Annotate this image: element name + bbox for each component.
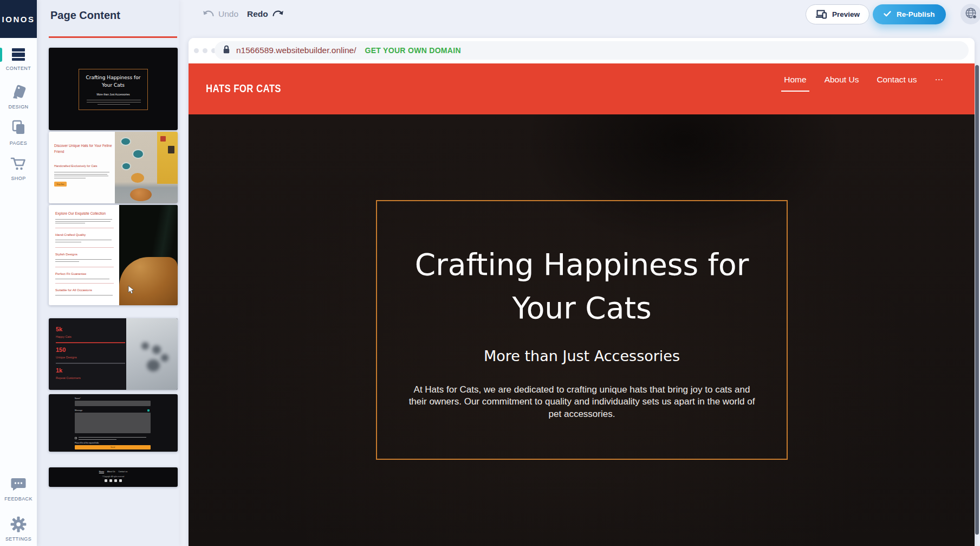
site-nav-about[interactable]: About Us bbox=[825, 75, 859, 85]
footer-copyright: ©Copyright. All rights reserved bbox=[49, 476, 178, 478]
text-placeholder-line bbox=[55, 242, 81, 242]
language-globe-button[interactable] bbox=[960, 4, 980, 24]
site-preview-frame: n1566589.websitebuilder.online/ GET YOUR… bbox=[189, 38, 975, 546]
form-name-label: Name* bbox=[75, 397, 81, 400]
section-thumbnail-footer[interactable]: Home About Us Contact us ©Copyright. All… bbox=[49, 467, 178, 487]
social-icon bbox=[114, 479, 117, 482]
site-logo[interactable]: HATS FOR CATS bbox=[206, 82, 281, 95]
traffic-dot bbox=[194, 48, 199, 53]
paw-pad bbox=[147, 359, 160, 371]
lock-icon bbox=[222, 44, 231, 56]
sidebar-item-label: PAGES bbox=[0, 140, 37, 146]
stat-label: Unique Designs bbox=[56, 356, 77, 359]
check-icon bbox=[884, 10, 891, 18]
section-thumbnail-features[interactable]: Discover Unique Hats for Your Feline Fri… bbox=[49, 132, 178, 203]
divider bbox=[55, 267, 114, 267]
site-nav-more-icon[interactable]: ⋯ bbox=[935, 75, 944, 85]
photo-bowl bbox=[120, 137, 131, 146]
text-placeholder-line bbox=[55, 261, 79, 262]
sidebar-item-label: SETTINGS bbox=[0, 536, 37, 542]
undo-icon bbox=[203, 9, 214, 19]
thumbnail-collection-heading: Hand-Crafted Quality bbox=[55, 233, 116, 236]
redo-label: Redo bbox=[247, 9, 268, 19]
redo-button[interactable]: Redo bbox=[247, 9, 284, 19]
text-placeholder-line bbox=[55, 219, 112, 220]
photo-dark-area bbox=[119, 205, 178, 260]
thumbnail-collection-heading: Perfect Fit Guarantee bbox=[55, 272, 116, 275]
divider bbox=[56, 363, 125, 364]
site-header: HATS FOR CATS Home About Us Contact us ⋯ bbox=[189, 63, 975, 114]
browser-chrome: n1566589.websitebuilder.online/ GET YOUR… bbox=[189, 38, 975, 63]
stat-value: 5k bbox=[56, 326, 62, 332]
section-thumbnail-collection[interactable]: Explore Our Exquisite Collection Hand-Cr… bbox=[49, 205, 178, 305]
form-consent-checkbox bbox=[75, 437, 77, 439]
stat-value: 150 bbox=[56, 346, 66, 353]
pages-icon bbox=[10, 129, 27, 138]
section-thumbnail-hero[interactable]: Crafting Happiness for Your Cats More th… bbox=[49, 48, 178, 130]
divider bbox=[55, 228, 114, 228]
thumbnail-hero-subtitle: More than Just Accessories bbox=[79, 93, 147, 96]
sidebar-item-shop[interactable]: SHOP bbox=[0, 156, 37, 181]
text-placeholder-line bbox=[98, 104, 130, 105]
photo-bowl bbox=[121, 162, 131, 170]
ionos-website-builder: { "sidebar": { "logo": "IONOS", "items":… bbox=[0, 0, 980, 546]
sidebar-item-settings[interactable]: SETTINGS bbox=[0, 516, 37, 542]
site-hero-section[interactable]: Crafting Happiness for Your Cats More th… bbox=[189, 114, 975, 546]
divider bbox=[55, 247, 114, 248]
preview-devices-icon bbox=[815, 9, 827, 21]
panel-title: Page Content bbox=[50, 9, 120, 22]
paw-toe bbox=[161, 354, 168, 362]
hero-title: Crafting Happiness for Your Cats bbox=[377, 243, 787, 330]
text-placeholder-line bbox=[54, 172, 109, 172]
site-nav-contact[interactable]: Contact us bbox=[877, 75, 917, 85]
text-placeholder-line bbox=[55, 279, 109, 279]
thumbnail-hero-title: Crafting Happiness for Your Cats bbox=[82, 74, 144, 89]
text-placeholder-line bbox=[55, 221, 111, 222]
sidebar-item-content[interactable]: CONTENT bbox=[0, 47, 37, 71]
browser-url-bar[interactable]: n1566589.websitebuilder.online/ GET YOUR… bbox=[215, 41, 969, 60]
section-thumbnail-form[interactable]: Name* Message Please fill in all the req… bbox=[49, 394, 178, 452]
undo-button[interactable]: Undo bbox=[203, 9, 238, 19]
hero-title-line1: Crafting Happiness for bbox=[377, 243, 787, 287]
thumbnail-shop-now-button: Shop Now bbox=[54, 182, 67, 187]
thumbnail-collection-heading: Suitable for All Occasions bbox=[55, 288, 116, 292]
traffic-dot bbox=[203, 48, 207, 53]
preview-scrollbar[interactable] bbox=[975, 65, 979, 535]
divider bbox=[56, 342, 125, 343]
text-placeholder-line bbox=[55, 223, 85, 223]
site-nav-home[interactable]: Home bbox=[784, 75, 806, 85]
site-nav: Home About Us Contact us ⋯ bbox=[784, 75, 943, 85]
footer-social-icons bbox=[49, 479, 178, 482]
sidebar-item-label: CONTENT bbox=[0, 66, 37, 71]
redo-icon bbox=[272, 9, 284, 19]
sidebar-item-pages[interactable]: PAGES bbox=[0, 119, 37, 146]
republish-button[interactable]: Re-Publish bbox=[873, 4, 946, 24]
form-send-button: Send bbox=[75, 445, 151, 449]
text-placeholder-line bbox=[87, 102, 141, 102]
section-thumbnail-stats[interactable]: 5k Happy Cats 150 Unique Designs 1k Repe… bbox=[49, 318, 178, 390]
text-placeholder-line bbox=[87, 100, 141, 100]
form-message-textarea bbox=[75, 413, 151, 433]
get-domain-link[interactable]: GET YOUR OWN DOMAIN bbox=[365, 46, 460, 55]
hero-body-text: At Hats for Cats, we are dedicated to cr… bbox=[405, 384, 760, 420]
text-placeholder-line bbox=[55, 259, 112, 260]
selection-outline[interactable]: Crafting Happiness for Your Cats More th… bbox=[376, 200, 788, 460]
text-placeholder-line bbox=[55, 295, 113, 296]
social-icon bbox=[109, 479, 112, 482]
thumbnail-features-subheading: Handcrafted Exclusively for Cats bbox=[54, 164, 114, 168]
editor-canvas: Undo Redo Preview Re-Publish bbox=[179, 0, 980, 546]
sidebar-item-label: SHOP bbox=[0, 176, 37, 181]
sidebar-item-label: DESIGN bbox=[0, 104, 37, 110]
panel-tab-indicator bbox=[49, 36, 177, 38]
thumbnail-collection-heading: Explore Our Exquisite Collection bbox=[55, 211, 116, 215]
social-icon bbox=[105, 479, 107, 482]
preview-label: Preview bbox=[832, 10, 860, 18]
sidebar-item-feedback[interactable]: FEEDBACK bbox=[0, 476, 37, 502]
thumbnail-features-heading: Discover Unique Hats for Your Feline Fri… bbox=[54, 143, 113, 155]
mouse-cursor bbox=[128, 286, 135, 297]
preview-button[interactable]: Preview bbox=[806, 4, 869, 24]
photo-cat bbox=[130, 188, 152, 201]
sidebar-item-design[interactable]: DESIGN bbox=[0, 83, 37, 110]
content-icon bbox=[11, 54, 26, 63]
thumbnail-features-photo bbox=[115, 132, 178, 203]
